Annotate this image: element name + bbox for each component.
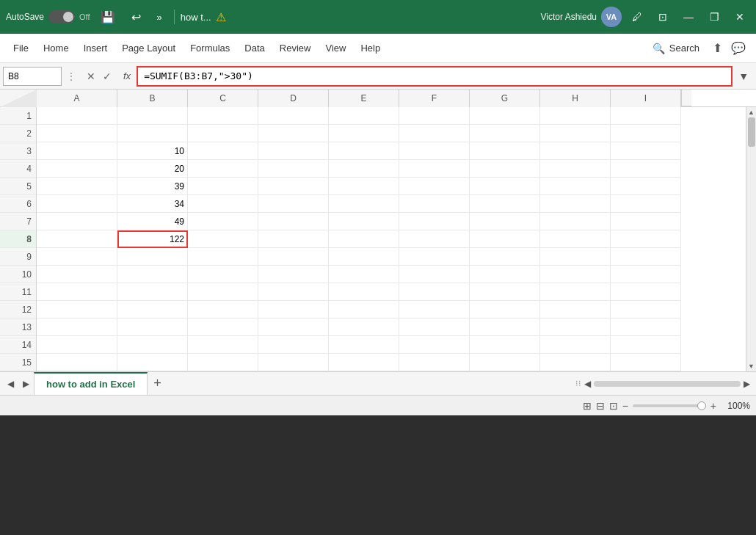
cell-c8[interactable]	[188, 230, 258, 248]
cell-d5[interactable]	[258, 178, 329, 195]
cell-c10[interactable]	[188, 266, 258, 283]
cell-a10[interactable]	[37, 266, 117, 283]
cell-f9[interactable]	[399, 248, 470, 266]
zoom-minus-button[interactable]: −	[622, 400, 628, 412]
cell-a4[interactable]	[37, 160, 117, 178]
menu-insert[interactable]: Insert	[76, 38, 115, 58]
tab-prev-button[interactable]: ◀	[3, 372, 18, 395]
avatar[interactable]: VA	[601, 7, 622, 27]
cell-i6[interactable]	[611, 195, 681, 213]
cell-b3[interactable]: 10	[117, 142, 188, 160]
col-header-f[interactable]: F	[399, 90, 470, 107]
row-num-3[interactable]: 3	[0, 142, 36, 160]
row-num-1[interactable]: 1	[0, 107, 36, 125]
page-layout-view-button[interactable]: ⊡	[609, 400, 618, 412]
col-header-e[interactable]: E	[329, 90, 399, 107]
menu-formulas[interactable]: Formulas	[183, 38, 237, 58]
select-all-icon[interactable]	[0, 90, 37, 107]
cell-g4[interactable]	[470, 160, 540, 178]
cell-b15[interactable]	[117, 354, 188, 371]
cell-d2[interactable]	[258, 125, 329, 142]
cell-b2[interactable]	[117, 125, 188, 142]
cell-c9[interactable]	[188, 248, 258, 266]
cell-g13[interactable]	[470, 319, 540, 336]
cell-d7[interactable]	[258, 213, 329, 230]
cell-e4[interactable]	[329, 160, 399, 178]
col-header-g[interactable]: G	[470, 90, 540, 107]
cell-e14[interactable]	[329, 336, 399, 354]
cell-f13[interactable]	[399, 319, 470, 336]
cell-g2[interactable]	[470, 125, 540, 142]
cell-e10[interactable]	[329, 266, 399, 283]
row-num-9[interactable]: 9	[0, 248, 36, 266]
cell-h12[interactable]	[540, 301, 611, 319]
cell-h2[interactable]	[540, 125, 611, 142]
cell-a2[interactable]	[37, 125, 117, 142]
cell-e13[interactable]	[329, 319, 399, 336]
cell-i13[interactable]	[611, 319, 681, 336]
cell-a7[interactable]	[37, 213, 117, 230]
cell-b7[interactable]: 49	[117, 213, 188, 230]
cell-e5[interactable]	[329, 178, 399, 195]
cell-c13[interactable]	[188, 319, 258, 336]
cell-i9[interactable]	[611, 248, 681, 266]
cell-h15[interactable]	[540, 354, 611, 371]
vertical-scrollbar[interactable]: ▲ ▼	[746, 107, 756, 371]
row-num-15[interactable]: 15	[0, 354, 36, 371]
col-header-a[interactable]: A	[37, 90, 117, 107]
cell-h10[interactable]	[540, 266, 611, 283]
cell-g12[interactable]	[470, 301, 540, 319]
cell-h8[interactable]	[540, 230, 611, 248]
autosave-toggle[interactable]: Off	[48, 10, 90, 23]
row-num-12[interactable]: 12	[0, 301, 36, 319]
cell-h13[interactable]	[540, 319, 611, 336]
cell-c15[interactable]	[188, 354, 258, 371]
row-num-4[interactable]: 4	[0, 160, 36, 178]
cell-c4[interactable]	[188, 160, 258, 178]
cell-e15[interactable]	[329, 354, 399, 371]
share-icon[interactable]: ⬆	[708, 38, 727, 58]
cell-c7[interactable]	[188, 213, 258, 230]
undo-button[interactable]: ↩	[126, 10, 147, 24]
formula-input[interactable]	[137, 66, 733, 87]
cell-h11[interactable]	[540, 283, 611, 301]
cell-i1[interactable]	[611, 107, 681, 125]
tab-next-button[interactable]: ▶	[18, 372, 34, 395]
cell-d14[interactable]	[258, 336, 329, 354]
cell-d6[interactable]	[258, 195, 329, 213]
formula-confirm[interactable]: ✓	[100, 69, 115, 84]
cell-a15[interactable]	[37, 354, 117, 371]
pen-icon-button[interactable]: 🖊	[626, 11, 648, 23]
cell-d10[interactable]	[258, 266, 329, 283]
cell-d9[interactable]	[258, 248, 329, 266]
cell-b11[interactable]	[117, 283, 188, 301]
h-scroll-left[interactable]: ◀	[584, 379, 591, 389]
cell-e8[interactable]	[329, 230, 399, 248]
cell-i14[interactable]	[611, 336, 681, 354]
row-num-5[interactable]: 5	[0, 178, 36, 195]
minimize-button[interactable]: —	[677, 11, 699, 23]
cell-g6[interactable]	[470, 195, 540, 213]
cell-g8[interactable]	[470, 230, 540, 248]
cell-b6[interactable]: 34	[117, 195, 188, 213]
cell-d3[interactable]	[258, 142, 329, 160]
cell-h14[interactable]	[540, 336, 611, 354]
formula-dropdown[interactable]: ▼	[734, 70, 753, 82]
cell-g5[interactable]	[470, 178, 540, 195]
cell-d1[interactable]	[258, 107, 329, 125]
cell-i2[interactable]	[611, 125, 681, 142]
cell-g3[interactable]	[470, 142, 540, 160]
menu-help[interactable]: Help	[353, 38, 388, 58]
cell-g11[interactable]	[470, 283, 540, 301]
cell-a13[interactable]	[37, 319, 117, 336]
row-num-2[interactable]: 2	[0, 125, 36, 142]
cell-g15[interactable]	[470, 354, 540, 371]
cell-c2[interactable]	[188, 125, 258, 142]
cell-d13[interactable]	[258, 319, 329, 336]
restore-button[interactable]: ❐	[704, 11, 725, 23]
cell-a6[interactable]	[37, 195, 117, 213]
cell-e11[interactable]	[329, 283, 399, 301]
page-break-view-button[interactable]: ⊟	[596, 400, 605, 412]
cell-f5[interactable]	[399, 178, 470, 195]
cell-g9[interactable]	[470, 248, 540, 266]
